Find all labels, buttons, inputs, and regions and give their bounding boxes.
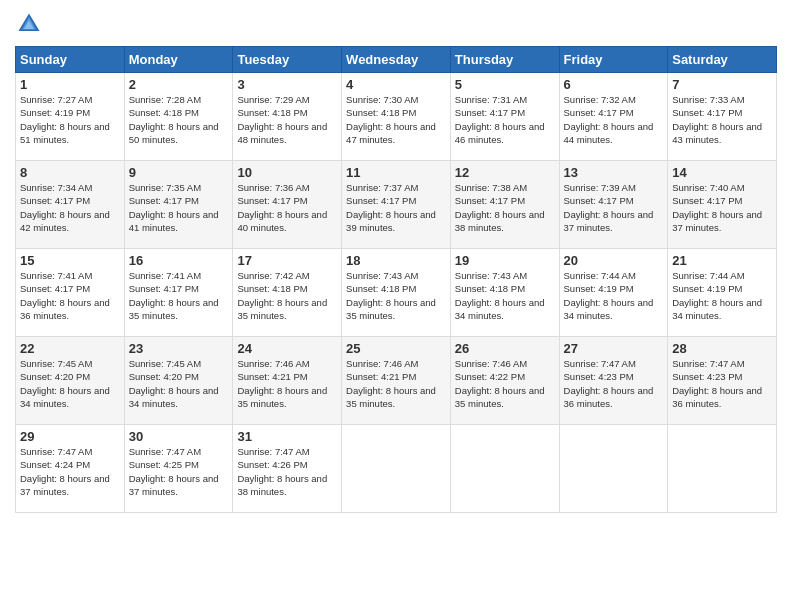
calendar-cell: 22 Sunrise: 7:45 AM Sunset: 4:20 PM Dayl… xyxy=(16,337,125,425)
calendar-cell: 28 Sunrise: 7:47 AM Sunset: 4:23 PM Dayl… xyxy=(668,337,777,425)
day-number: 16 xyxy=(129,253,229,268)
day-number: 27 xyxy=(564,341,664,356)
day-number: 30 xyxy=(129,429,229,444)
day-number: 9 xyxy=(129,165,229,180)
day-info: Sunrise: 7:47 AM Sunset: 4:25 PM Dayligh… xyxy=(129,445,229,498)
calendar-cell: 8 Sunrise: 7:34 AM Sunset: 4:17 PM Dayli… xyxy=(16,161,125,249)
calendar-cell: 9 Sunrise: 7:35 AM Sunset: 4:17 PM Dayli… xyxy=(124,161,233,249)
calendar-cell: 21 Sunrise: 7:44 AM Sunset: 4:19 PM Dayl… xyxy=(668,249,777,337)
calendar-cell: 18 Sunrise: 7:43 AM Sunset: 4:18 PM Dayl… xyxy=(342,249,451,337)
day-info: Sunrise: 7:46 AM Sunset: 4:22 PM Dayligh… xyxy=(455,357,555,410)
calendar-cell: 4 Sunrise: 7:30 AM Sunset: 4:18 PM Dayli… xyxy=(342,73,451,161)
calendar-cell: 31 Sunrise: 7:47 AM Sunset: 4:26 PM Dayl… xyxy=(233,425,342,513)
day-number: 28 xyxy=(672,341,772,356)
calendar-cell: 1 Sunrise: 7:27 AM Sunset: 4:19 PM Dayli… xyxy=(16,73,125,161)
calendar-cell: 7 Sunrise: 7:33 AM Sunset: 4:17 PM Dayli… xyxy=(668,73,777,161)
day-info: Sunrise: 7:42 AM Sunset: 4:18 PM Dayligh… xyxy=(237,269,337,322)
day-info: Sunrise: 7:47 AM Sunset: 4:26 PM Dayligh… xyxy=(237,445,337,498)
logo xyxy=(15,10,45,38)
calendar-week-row: 22 Sunrise: 7:45 AM Sunset: 4:20 PM Dayl… xyxy=(16,337,777,425)
day-info: Sunrise: 7:41 AM Sunset: 4:17 PM Dayligh… xyxy=(20,269,120,322)
day-info: Sunrise: 7:47 AM Sunset: 4:23 PM Dayligh… xyxy=(672,357,772,410)
logo-icon xyxy=(15,10,43,38)
day-number: 3 xyxy=(237,77,337,92)
calendar-week-row: 8 Sunrise: 7:34 AM Sunset: 4:17 PM Dayli… xyxy=(16,161,777,249)
calendar-week-row: 29 Sunrise: 7:47 AM Sunset: 4:24 PM Dayl… xyxy=(16,425,777,513)
day-number: 31 xyxy=(237,429,337,444)
day-info: Sunrise: 7:47 AM Sunset: 4:23 PM Dayligh… xyxy=(564,357,664,410)
page: SundayMondayTuesdayWednesdayThursdayFrid… xyxy=(0,0,792,612)
day-info: Sunrise: 7:43 AM Sunset: 4:18 PM Dayligh… xyxy=(455,269,555,322)
day-number: 26 xyxy=(455,341,555,356)
day-number: 20 xyxy=(564,253,664,268)
day-info: Sunrise: 7:33 AM Sunset: 4:17 PM Dayligh… xyxy=(672,93,772,146)
day-info: Sunrise: 7:44 AM Sunset: 4:19 PM Dayligh… xyxy=(672,269,772,322)
calendar-header-friday: Friday xyxy=(559,47,668,73)
day-number: 11 xyxy=(346,165,446,180)
day-info: Sunrise: 7:39 AM Sunset: 4:17 PM Dayligh… xyxy=(564,181,664,234)
calendar-cell: 11 Sunrise: 7:37 AM Sunset: 4:17 PM Dayl… xyxy=(342,161,451,249)
calendar-cell xyxy=(342,425,451,513)
day-info: Sunrise: 7:36 AM Sunset: 4:17 PM Dayligh… xyxy=(237,181,337,234)
day-number: 6 xyxy=(564,77,664,92)
day-number: 24 xyxy=(237,341,337,356)
day-number: 12 xyxy=(455,165,555,180)
calendar-cell: 15 Sunrise: 7:41 AM Sunset: 4:17 PM Dayl… xyxy=(16,249,125,337)
day-number: 1 xyxy=(20,77,120,92)
day-number: 19 xyxy=(455,253,555,268)
calendar: SundayMondayTuesdayWednesdayThursdayFrid… xyxy=(15,46,777,513)
calendar-cell: 5 Sunrise: 7:31 AM Sunset: 4:17 PM Dayli… xyxy=(450,73,559,161)
calendar-header-sunday: Sunday xyxy=(16,47,125,73)
day-info: Sunrise: 7:41 AM Sunset: 4:17 PM Dayligh… xyxy=(129,269,229,322)
day-info: Sunrise: 7:37 AM Sunset: 4:17 PM Dayligh… xyxy=(346,181,446,234)
calendar-cell: 10 Sunrise: 7:36 AM Sunset: 4:17 PM Dayl… xyxy=(233,161,342,249)
day-number: 29 xyxy=(20,429,120,444)
calendar-week-row: 15 Sunrise: 7:41 AM Sunset: 4:17 PM Dayl… xyxy=(16,249,777,337)
day-number: 8 xyxy=(20,165,120,180)
calendar-cell: 13 Sunrise: 7:39 AM Sunset: 4:17 PM Dayl… xyxy=(559,161,668,249)
day-number: 7 xyxy=(672,77,772,92)
calendar-cell: 20 Sunrise: 7:44 AM Sunset: 4:19 PM Dayl… xyxy=(559,249,668,337)
calendar-cell xyxy=(450,425,559,513)
calendar-cell: 29 Sunrise: 7:47 AM Sunset: 4:24 PM Dayl… xyxy=(16,425,125,513)
day-info: Sunrise: 7:32 AM Sunset: 4:17 PM Dayligh… xyxy=(564,93,664,146)
calendar-cell: 19 Sunrise: 7:43 AM Sunset: 4:18 PM Dayl… xyxy=(450,249,559,337)
calendar-cell: 2 Sunrise: 7:28 AM Sunset: 4:18 PM Dayli… xyxy=(124,73,233,161)
calendar-header-row: SundayMondayTuesdayWednesdayThursdayFrid… xyxy=(16,47,777,73)
day-number: 5 xyxy=(455,77,555,92)
calendar-cell: 17 Sunrise: 7:42 AM Sunset: 4:18 PM Dayl… xyxy=(233,249,342,337)
calendar-header-monday: Monday xyxy=(124,47,233,73)
calendar-header-tuesday: Tuesday xyxy=(233,47,342,73)
day-info: Sunrise: 7:44 AM Sunset: 4:19 PM Dayligh… xyxy=(564,269,664,322)
calendar-cell xyxy=(668,425,777,513)
day-number: 4 xyxy=(346,77,446,92)
header xyxy=(15,10,777,38)
day-number: 13 xyxy=(564,165,664,180)
day-info: Sunrise: 7:38 AM Sunset: 4:17 PM Dayligh… xyxy=(455,181,555,234)
day-number: 21 xyxy=(672,253,772,268)
calendar-cell: 6 Sunrise: 7:32 AM Sunset: 4:17 PM Dayli… xyxy=(559,73,668,161)
calendar-cell: 3 Sunrise: 7:29 AM Sunset: 4:18 PM Dayli… xyxy=(233,73,342,161)
day-number: 14 xyxy=(672,165,772,180)
calendar-header-thursday: Thursday xyxy=(450,47,559,73)
day-info: Sunrise: 7:47 AM Sunset: 4:24 PM Dayligh… xyxy=(20,445,120,498)
calendar-cell: 16 Sunrise: 7:41 AM Sunset: 4:17 PM Dayl… xyxy=(124,249,233,337)
day-number: 25 xyxy=(346,341,446,356)
day-number: 17 xyxy=(237,253,337,268)
calendar-cell: 12 Sunrise: 7:38 AM Sunset: 4:17 PM Dayl… xyxy=(450,161,559,249)
day-info: Sunrise: 7:43 AM Sunset: 4:18 PM Dayligh… xyxy=(346,269,446,322)
calendar-cell: 24 Sunrise: 7:46 AM Sunset: 4:21 PM Dayl… xyxy=(233,337,342,425)
day-info: Sunrise: 7:46 AM Sunset: 4:21 PM Dayligh… xyxy=(346,357,446,410)
day-info: Sunrise: 7:45 AM Sunset: 4:20 PM Dayligh… xyxy=(129,357,229,410)
day-info: Sunrise: 7:28 AM Sunset: 4:18 PM Dayligh… xyxy=(129,93,229,146)
calendar-cell: 14 Sunrise: 7:40 AM Sunset: 4:17 PM Dayl… xyxy=(668,161,777,249)
day-info: Sunrise: 7:29 AM Sunset: 4:18 PM Dayligh… xyxy=(237,93,337,146)
day-info: Sunrise: 7:34 AM Sunset: 4:17 PM Dayligh… xyxy=(20,181,120,234)
day-number: 23 xyxy=(129,341,229,356)
calendar-cell: 27 Sunrise: 7:47 AM Sunset: 4:23 PM Dayl… xyxy=(559,337,668,425)
day-number: 22 xyxy=(20,341,120,356)
calendar-cell: 25 Sunrise: 7:46 AM Sunset: 4:21 PM Dayl… xyxy=(342,337,451,425)
day-info: Sunrise: 7:46 AM Sunset: 4:21 PM Dayligh… xyxy=(237,357,337,410)
day-info: Sunrise: 7:31 AM Sunset: 4:17 PM Dayligh… xyxy=(455,93,555,146)
calendar-cell: 23 Sunrise: 7:45 AM Sunset: 4:20 PM Dayl… xyxy=(124,337,233,425)
